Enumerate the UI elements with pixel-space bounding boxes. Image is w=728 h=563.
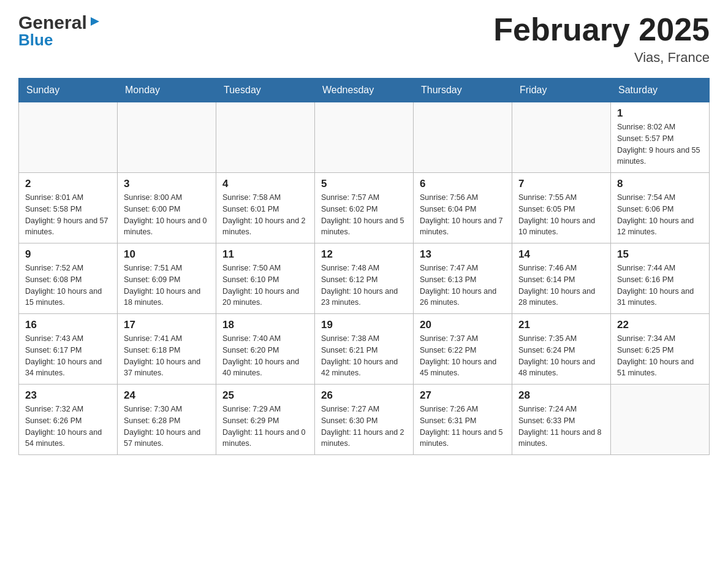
calendar-week-5: 23Sunrise: 7:32 AMSunset: 6:26 PMDayligh…	[19, 385, 710, 455]
day-number: 28	[518, 389, 604, 402]
calendar-cell: 19Sunrise: 7:38 AMSunset: 6:21 PMDayligh…	[315, 314, 414, 385]
day-number: 11	[222, 248, 308, 261]
calendar-header-row: Sunday Monday Tuesday Wednesday Thursday…	[19, 79, 710, 102]
calendar-cell: 20Sunrise: 7:37 AMSunset: 6:22 PMDayligh…	[414, 314, 512, 385]
calendar-cell	[118, 102, 216, 173]
day-number: 13	[420, 248, 506, 261]
day-number: 14	[518, 248, 604, 261]
day-number: 16	[25, 319, 111, 331]
calendar-cell: 9Sunrise: 7:52 AMSunset: 6:08 PMDaylight…	[19, 243, 118, 314]
calendar-cell: 28Sunrise: 7:24 AMSunset: 6:33 PMDayligh…	[512, 385, 611, 455]
calendar-week-1: 1Sunrise: 8:02 AMSunset: 5:57 PMDaylight…	[19, 102, 710, 173]
col-wednesday: Wednesday	[315, 79, 414, 102]
calendar-cell: 7Sunrise: 7:55 AMSunset: 6:05 PMDaylight…	[512, 173, 611, 243]
page-header: General Blue February 2025 Vias, France	[18, 12, 710, 66]
day-number: 12	[321, 248, 407, 261]
day-info: Sunrise: 7:55 AMSunset: 6:05 PMDaylight:…	[518, 192, 604, 238]
day-number: 18	[222, 319, 308, 331]
title-area: February 2025 Vias, France	[493, 12, 710, 66]
day-info: Sunrise: 8:00 AMSunset: 6:00 PMDaylight:…	[124, 192, 210, 238]
calendar-cell: 21Sunrise: 7:35 AMSunset: 6:24 PMDayligh…	[512, 314, 611, 385]
calendar-cell: 24Sunrise: 7:30 AMSunset: 6:28 PMDayligh…	[118, 385, 216, 455]
calendar-cell: 8Sunrise: 7:54 AMSunset: 6:06 PMDaylight…	[611, 173, 710, 243]
calendar-cell: 17Sunrise: 7:41 AMSunset: 6:18 PMDayligh…	[118, 314, 216, 385]
calendar-cell: 2Sunrise: 8:01 AMSunset: 5:58 PMDaylight…	[19, 173, 118, 243]
day-number: 4	[222, 178, 308, 190]
day-number: 9	[25, 248, 111, 261]
col-thursday: Thursday	[414, 79, 512, 102]
day-info: Sunrise: 7:46 AMSunset: 6:14 PMDaylight:…	[518, 262, 604, 308]
day-number: 22	[617, 319, 703, 331]
day-info: Sunrise: 8:02 AMSunset: 5:57 PMDaylight:…	[617, 121, 703, 167]
day-number: 5	[321, 178, 407, 190]
col-saturday: Saturday	[611, 79, 710, 102]
day-info: Sunrise: 7:37 AMSunset: 6:22 PMDaylight:…	[420, 333, 506, 379]
calendar-cell: 23Sunrise: 7:32 AMSunset: 6:26 PMDayligh…	[19, 385, 118, 455]
day-number: 24	[124, 389, 210, 402]
calendar-cell	[414, 102, 512, 173]
day-number: 3	[124, 178, 210, 190]
calendar-cell: 18Sunrise: 7:40 AMSunset: 6:20 PMDayligh…	[216, 314, 315, 385]
calendar-cell: 13Sunrise: 7:47 AMSunset: 6:13 PMDayligh…	[414, 243, 512, 314]
logo: General Blue	[18, 12, 102, 49]
day-number: 6	[420, 178, 506, 190]
calendar-cell	[512, 102, 611, 173]
day-info: Sunrise: 7:30 AMSunset: 6:28 PMDaylight:…	[124, 404, 210, 450]
day-info: Sunrise: 7:43 AMSunset: 6:17 PMDaylight:…	[25, 333, 111, 379]
day-info: Sunrise: 7:34 AMSunset: 6:25 PMDaylight:…	[617, 333, 703, 379]
day-number: 17	[124, 319, 210, 331]
day-number: 2	[25, 178, 111, 190]
day-number: 1	[617, 107, 703, 120]
calendar-week-2: 2Sunrise: 8:01 AMSunset: 5:58 PMDaylight…	[19, 173, 710, 243]
col-monday: Monday	[118, 79, 216, 102]
calendar-cell	[19, 102, 118, 173]
day-info: Sunrise: 7:41 AMSunset: 6:18 PMDaylight:…	[124, 333, 210, 379]
svg-marker-0	[91, 17, 99, 26]
calendar-cell: 6Sunrise: 7:56 AMSunset: 6:04 PMDaylight…	[414, 173, 512, 243]
day-number: 10	[124, 248, 210, 261]
calendar-week-3: 9Sunrise: 7:52 AMSunset: 6:08 PMDaylight…	[19, 243, 710, 314]
day-info: Sunrise: 7:57 AMSunset: 6:02 PMDaylight:…	[321, 192, 407, 238]
day-info: Sunrise: 7:47 AMSunset: 6:13 PMDaylight:…	[420, 262, 506, 308]
calendar-cell: 27Sunrise: 7:26 AMSunset: 6:31 PMDayligh…	[414, 385, 512, 455]
day-number: 15	[617, 248, 703, 261]
day-number: 27	[420, 389, 506, 402]
calendar-week-4: 16Sunrise: 7:43 AMSunset: 6:17 PMDayligh…	[19, 314, 710, 385]
day-info: Sunrise: 7:44 AMSunset: 6:16 PMDaylight:…	[617, 262, 703, 308]
day-info: Sunrise: 7:50 AMSunset: 6:10 PMDaylight:…	[222, 262, 308, 308]
calendar-cell: 12Sunrise: 7:48 AMSunset: 6:12 PMDayligh…	[315, 243, 414, 314]
day-number: 26	[321, 389, 407, 402]
day-info: Sunrise: 7:58 AMSunset: 6:01 PMDaylight:…	[222, 192, 308, 238]
day-info: Sunrise: 7:38 AMSunset: 6:21 PMDaylight:…	[321, 333, 407, 379]
month-title: February 2025	[493, 12, 710, 47]
calendar-cell: 26Sunrise: 7:27 AMSunset: 6:30 PMDayligh…	[315, 385, 414, 455]
col-tuesday: Tuesday	[216, 79, 315, 102]
calendar-cell: 5Sunrise: 7:57 AMSunset: 6:02 PMDaylight…	[315, 173, 414, 243]
calendar-cell: 3Sunrise: 8:00 AMSunset: 6:00 PMDaylight…	[118, 173, 216, 243]
calendar-cell: 14Sunrise: 7:46 AMSunset: 6:14 PMDayligh…	[512, 243, 611, 314]
day-info: Sunrise: 7:35 AMSunset: 6:24 PMDaylight:…	[518, 333, 604, 379]
calendar-cell: 22Sunrise: 7:34 AMSunset: 6:25 PMDayligh…	[611, 314, 710, 385]
day-number: 20	[420, 319, 506, 331]
day-info: Sunrise: 7:27 AMSunset: 6:30 PMDaylight:…	[321, 404, 407, 450]
day-number: 8	[617, 178, 703, 190]
day-info: Sunrise: 7:54 AMSunset: 6:06 PMDaylight:…	[617, 192, 703, 238]
logo-general-text: General	[18, 12, 87, 33]
calendar-cell: 10Sunrise: 7:51 AMSunset: 6:09 PMDayligh…	[118, 243, 216, 314]
col-sunday: Sunday	[19, 79, 118, 102]
calendar-cell: 15Sunrise: 7:44 AMSunset: 6:16 PMDayligh…	[611, 243, 710, 314]
calendar-cell: 4Sunrise: 7:58 AMSunset: 6:01 PMDaylight…	[216, 173, 315, 243]
logo-blue-text: Blue	[18, 31, 102, 49]
calendar-cell: 11Sunrise: 7:50 AMSunset: 6:10 PMDayligh…	[216, 243, 315, 314]
day-info: Sunrise: 7:32 AMSunset: 6:26 PMDaylight:…	[25, 404, 111, 450]
day-info: Sunrise: 7:48 AMSunset: 6:12 PMDaylight:…	[321, 262, 407, 308]
calendar-table: Sunday Monday Tuesday Wednesday Thursday…	[18, 78, 710, 455]
calendar-cell	[216, 102, 315, 173]
day-info: Sunrise: 7:26 AMSunset: 6:31 PMDaylight:…	[420, 404, 506, 450]
day-number: 25	[222, 389, 308, 402]
day-number: 19	[321, 319, 407, 331]
day-number: 7	[518, 178, 604, 190]
col-friday: Friday	[512, 79, 611, 102]
day-info: Sunrise: 7:52 AMSunset: 6:08 PMDaylight:…	[25, 262, 111, 308]
day-info: Sunrise: 7:24 AMSunset: 6:33 PMDaylight:…	[518, 404, 604, 450]
